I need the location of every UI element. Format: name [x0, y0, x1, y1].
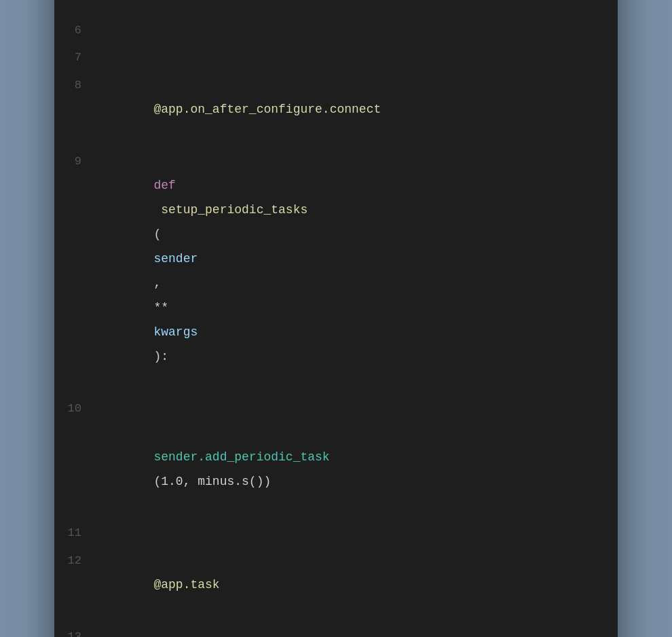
code-line-6: 6: [54, 17, 618, 44]
code-window: 1 # 文件名: python_tasks 2 # Python实用宝典 3 f…: [54, 0, 618, 637]
func-name: setup_periodic_tasks: [153, 203, 307, 217]
paren-close-colon: ):: [153, 350, 168, 363]
code-line-9: 9 def setup_periodic_tasks ( sender , **…: [54, 147, 618, 395]
line-number: 10: [54, 397, 95, 421]
line-number: 6: [54, 18, 95, 43]
line-number: 11: [54, 521, 95, 545]
code-editor: 1 # 文件名: python_tasks 2 # Python实用宝典 3 f…: [54, 0, 618, 637]
line-number: 9: [54, 149, 95, 174]
code-line-12: 12 @app.task: [54, 547, 618, 623]
dstar: **: [153, 301, 168, 314]
code-line-10: 10 sender.add_periodic_task (1.0, minus.…: [54, 395, 618, 520]
decorator-connect: @app.on_after_configure.connect: [153, 103, 381, 116]
code-content: def minus ():: [95, 624, 198, 637]
keyword-def: def: [153, 179, 175, 192]
param-sender: sender: [153, 252, 198, 266]
code-content: sender.add_periodic_task (1.0, minus.s()…: [95, 396, 330, 518]
paren-open: (: [153, 228, 161, 241]
method-call: sender.add_periodic_task: [153, 450, 329, 464]
code-content: def setup_periodic_tasks ( sender , ** k…: [95, 149, 307, 393]
code-line-7: 7: [54, 44, 618, 71]
line-number: 8: [54, 73, 95, 98]
line-number: 13: [54, 625, 95, 637]
code-content: @app.on_after_configure.connect: [95, 73, 381, 146]
code-line-5: 5 app = Celery ( 'python_tasks' ): [54, 0, 618, 17]
line-number: 7: [54, 46, 95, 70]
code-content: @app.task: [95, 548, 220, 621]
code-line-8: 8 @app.on_after_configure.connect: [54, 71, 618, 147]
comma: ,: [153, 276, 168, 290]
code-line-13: 13 def minus ():: [54, 623, 618, 637]
indent: [153, 426, 183, 439]
param-kwargs: kwargs: [153, 325, 198, 339]
decorator-task: @app.task: [153, 578, 219, 592]
code-content: app = Celery ( 'python_tasks' ): [95, 0, 257, 16]
line-number: 12: [54, 549, 95, 573]
code-line-11: 11: [54, 520, 618, 547]
method-args: (1.0, minus.s()): [153, 475, 271, 488]
